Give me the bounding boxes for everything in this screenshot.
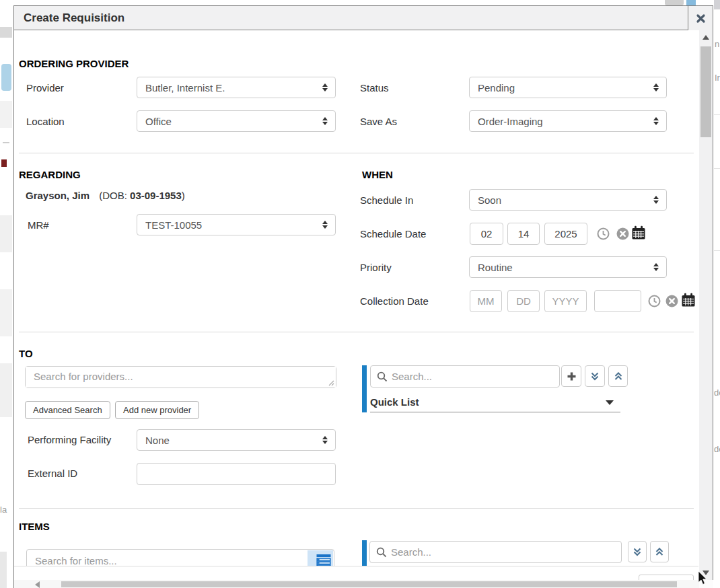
add-to-list-button[interactable] bbox=[561, 365, 581, 387]
background-block bbox=[0, 101, 12, 128]
performing-facility-label: Performing Facility bbox=[28, 435, 111, 445]
schedule-date-label: Schedule Date bbox=[360, 229, 426, 240]
background-left-strip: la bbox=[0, 0, 13, 588]
vertical-scrollbar-thumb[interactable] bbox=[700, 46, 711, 137]
arrow-left-icon bbox=[35, 581, 40, 588]
vertical-scrollbar[interactable] bbox=[699, 30, 713, 580]
items-expand-all-button[interactable] bbox=[628, 541, 647, 562]
select-caret-icon bbox=[653, 196, 659, 204]
location-label: Location bbox=[26, 116, 65, 127]
items-panel-search-input[interactable] bbox=[387, 546, 621, 558]
quick-list-header[interactable]: Quick List bbox=[370, 394, 620, 412]
horizontal-scrollbar-thumb[interactable] bbox=[61, 581, 677, 587]
schedule-in-select[interactable]: Soon bbox=[469, 189, 667, 211]
caret-down-icon[interactable] bbox=[606, 400, 614, 405]
status-select[interactable]: Pending bbox=[469, 77, 667, 98]
background-block bbox=[0, 289, 12, 336]
calendar-icon bbox=[631, 225, 646, 240]
search-icon bbox=[377, 371, 388, 382]
priority-select[interactable]: Routine bbox=[469, 256, 667, 278]
regarding-heading: REGARDING bbox=[19, 169, 81, 180]
dialog-header: Create Requisition bbox=[14, 6, 713, 30]
ordering-provider-heading: ORDERING PROVIDER bbox=[19, 58, 129, 69]
resize-handle-icon[interactable] bbox=[328, 380, 334, 386]
clock-icon bbox=[597, 227, 610, 240]
schedule-day-input[interactable] bbox=[507, 223, 540, 245]
create-requisition-dialog: Create Requisition ORDERING PROVIDER Pro… bbox=[13, 5, 713, 588]
section-divider bbox=[19, 332, 694, 332]
background-text-fragment: de bbox=[714, 388, 720, 398]
items-search-input[interactable] bbox=[27, 555, 308, 566]
items-heading: ITEMS bbox=[19, 521, 50, 532]
clear-circle-icon bbox=[616, 227, 629, 240]
schedule-month-input[interactable] bbox=[470, 223, 503, 245]
expand-all-button[interactable] bbox=[585, 365, 605, 387]
select-caret-icon bbox=[322, 83, 328, 91]
background-text-fragment: la bbox=[0, 505, 7, 515]
mr-select[interactable]: TEST-10055 bbox=[137, 214, 336, 235]
to-heading: TO bbox=[19, 348, 33, 359]
select-caret-icon bbox=[653, 83, 659, 91]
chevron-double-down-icon bbox=[589, 371, 600, 381]
priority-select-value: Routine bbox=[478, 262, 513, 273]
collection-date-clear-button[interactable] bbox=[665, 294, 678, 307]
advanced-search-button[interactable]: Advanced Search bbox=[25, 401, 110, 419]
horizontal-scrollbar[interactable] bbox=[14, 580, 699, 588]
collection-calendar-button[interactable] bbox=[681, 293, 696, 307]
background-block bbox=[0, 552, 7, 588]
to-panel-accent-bar bbox=[362, 365, 367, 412]
add-new-provider-button[interactable]: Add new provider bbox=[115, 401, 199, 419]
arrow-up-icon bbox=[703, 35, 709, 40]
scroll-left-button[interactable] bbox=[31, 580, 43, 588]
location-select-value: Office bbox=[145, 116, 172, 127]
save-as-label: Save As bbox=[360, 116, 397, 127]
save-button[interactable]: Save bbox=[639, 575, 694, 580]
quick-list-label: Quick List bbox=[370, 396, 419, 408]
schedule-in-select-value: Soon bbox=[478, 194, 501, 206]
provider-select[interactable]: Butler, Internist E. bbox=[137, 77, 336, 98]
chevron-double-down-icon bbox=[632, 547, 643, 557]
dialog-title: Create Requisition bbox=[14, 11, 124, 25]
select-caret-icon bbox=[653, 263, 659, 271]
background-line bbox=[714, 250, 720, 251]
collection-time-button[interactable] bbox=[647, 294, 661, 307]
background-line bbox=[714, 114, 720, 115]
background-right-strip: n Ir de de bbox=[714, 0, 720, 588]
background-top-strip bbox=[646, 0, 720, 5]
collection-time-input[interactable] bbox=[594, 290, 641, 312]
background-mark bbox=[1, 159, 7, 167]
plus-icon bbox=[567, 371, 577, 381]
schedule-in-label: Schedule In bbox=[360, 195, 413, 206]
clock-icon bbox=[648, 295, 661, 307]
location-select[interactable]: Office bbox=[137, 110, 336, 132]
background-bar bbox=[714, 0, 720, 9]
save-as-select[interactable]: Order-Imaging bbox=[469, 110, 667, 132]
collection-month-input[interactable] bbox=[470, 290, 502, 312]
status-select-value: Pending bbox=[478, 82, 515, 94]
provider-search-textarea[interactable] bbox=[26, 367, 336, 388]
collection-year-input[interactable] bbox=[544, 290, 587, 312]
dialog-body: ORDERING PROVIDER Provider Butler, Inter… bbox=[14, 31, 698, 580]
clear-circle-icon bbox=[665, 295, 678, 307]
scroll-up-button[interactable] bbox=[699, 32, 713, 43]
schedule-time-button[interactable] bbox=[596, 227, 610, 240]
background-text-fragment: n bbox=[715, 39, 719, 49]
schedule-year-input[interactable] bbox=[544, 223, 587, 245]
save-as-select-value: Order-Imaging bbox=[478, 116, 543, 127]
mr-label: MR# bbox=[28, 220, 49, 231]
external-id-input[interactable] bbox=[137, 463, 336, 485]
section-divider bbox=[19, 508, 694, 509]
schedule-calendar-button[interactable] bbox=[631, 225, 646, 240]
priority-label: Priority bbox=[360, 262, 392, 273]
close-button[interactable] bbox=[688, 6, 713, 30]
background-button-edge bbox=[1, 64, 11, 91]
collection-day-input[interactable] bbox=[507, 290, 540, 312]
items-collapse-all-button[interactable] bbox=[650, 541, 669, 562]
background-tab bbox=[665, 0, 684, 5]
mr-select-value: TEST-10055 bbox=[145, 219, 202, 231]
collapse-all-button[interactable] bbox=[608, 365, 628, 387]
schedule-date-clear-button[interactable] bbox=[616, 227, 629, 240]
to-panel-search-input[interactable] bbox=[388, 371, 559, 382]
performing-facility-select[interactable]: None bbox=[137, 429, 336, 451]
page: la n Ir de de Create Requisition ORDERIN… bbox=[0, 0, 720, 588]
